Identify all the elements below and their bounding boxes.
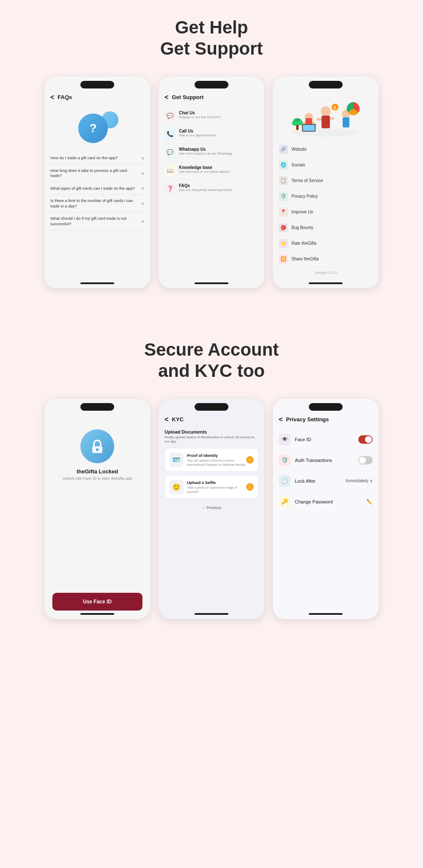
svg-rect-5 <box>303 125 315 131</box>
faq-item-4-text: Is there a limit to the number of gift c… <box>50 198 141 209</box>
privacy-content: 👁️ Face ID 🛡️ Auth Transactions 🕐 Lock A… <box>273 426 379 609</box>
phones-row-1: < FAQs ? How do I trade a gift card on t… <box>0 72 423 314</box>
chevron-down-icon-2: ∨ <box>141 171 144 176</box>
tos-label: Terms of Service <box>291 178 323 183</box>
svg-text:$: $ <box>334 105 336 110</box>
improve-icon: 📍 <box>279 207 288 217</box>
call-icon: 📞 <box>165 129 176 140</box>
bug-label: Bug Bounty <box>291 225 313 230</box>
selfie-title: Upload a Selfie <box>187 480 246 485</box>
faq-item-4[interactable]: Is there a limit to the number of gift c… <box>50 195 144 213</box>
faq-item-3-text: What types of gift cards can I trade on … <box>50 186 141 191</box>
proof-icon: 🪪 <box>169 453 184 467</box>
faq-item-3[interactable]: What types of gift cards can I trade on … <box>50 182 144 195</box>
faq-illustration: ? <box>50 111 144 145</box>
back-arrow-support[interactable]: < <box>165 94 168 101</box>
lock-content: theGifta Locked Unlock with Face ID to o… <box>44 413 150 592</box>
link-item-share[interactable]: 🔀 Share theGifta <box>279 252 373 267</box>
faq-content: ? How do I trade a gift card on the app?… <box>44 104 150 278</box>
face-id-label: Face ID <box>295 437 358 442</box>
use-face-id-button[interactable]: Use Face ID <box>52 593 143 611</box>
svg-rect-9 <box>330 117 334 120</box>
phone-notch-4 <box>80 403 114 411</box>
section1-wrapper: Get Help Get Support < FAQs ? How do <box>0 0 423 314</box>
support-phone: < Get Support 💬 Chat Us Engage in our li… <box>159 77 264 288</box>
lock-after-value-text: Immediately <box>346 478 368 483</box>
rate-icon: ⭐ <box>279 239 288 248</box>
change-password-label: Change Password <box>295 499 366 504</box>
website-label: Website <box>291 147 307 152</box>
faq-title: FAQs <box>58 94 72 100</box>
proof-title: Proof of Identity <box>187 453 246 458</box>
link-item-improve[interactable]: 📍 Improve Us <box>279 205 373 220</box>
link-item-tos[interactable]: 📋 Terms of Service <box>279 173 373 189</box>
support-item-faqs[interactable]: ❓ FAQs See our frequently asked question… <box>165 180 258 198</box>
privacy-link-icon: 🛡️ <box>279 192 288 201</box>
chevron-down-icon-1: ∨ <box>141 155 144 161</box>
link-item-bug[interactable]: 🎒 Bug Bounty <box>279 220 373 236</box>
kyc-content: Upload Documents Kindly upload means of … <box>159 426 264 609</box>
faq-item-2[interactable]: How long does it take to process a gift … <box>50 165 144 182</box>
proof-sub: You can upload a Drivers License, Intern… <box>187 459 246 467</box>
kyc-prev-button[interactable]: ← Previous <box>165 502 258 513</box>
phone-notch-5 <box>195 403 228 411</box>
phone-footer-bar-1 <box>80 282 114 284</box>
phone-footer-bar-5 <box>195 613 228 615</box>
faq-item-5[interactable]: What should I do if my gift card trade i… <box>50 213 144 230</box>
svg-point-20 <box>96 448 99 451</box>
faq-item-1[interactable]: How do I trade a gift card on the app? ∨ <box>50 152 144 165</box>
face-id-icon: 👁️ <box>279 434 291 445</box>
svg-rect-11 <box>343 117 349 127</box>
privacy-settings-title: Privacy Settings <box>286 416 329 423</box>
edit-icon[interactable]: ✏️ <box>366 499 373 505</box>
back-arrow-kyc[interactable]: < <box>165 416 168 423</box>
phone-footer-bar-4 <box>80 613 114 615</box>
back-arrow-faq[interactable]: < <box>50 94 54 101</box>
phone-notch-2 <box>195 81 228 88</box>
chevron-down-icon-4: ∨ <box>141 201 144 206</box>
phone-notch-6 <box>309 403 343 411</box>
link-item-privacy[interactable]: 🛡️ Privacy Policy <box>279 189 373 205</box>
kyc-selfie-card[interactable]: 🙂 Upload a Selfie Take a photo or Upload… <box>165 475 258 499</box>
lock-phone: theGifta Locked Unlock with Face ID to o… <box>44 399 150 619</box>
team-svg: $ <box>288 95 364 138</box>
link-item-website[interactable]: 🔗 Website <box>279 142 373 158</box>
support-item-call[interactable]: 📞 Call Us Talk to our agent toll free <box>165 125 258 144</box>
share-label: Share theGifta <box>291 257 319 261</box>
website-icon: 🔗 <box>279 145 288 154</box>
kyc-title: KYC <box>172 416 183 423</box>
svg-rect-7 <box>321 116 330 128</box>
section2-title: Secure Account and KYC too <box>0 322 423 395</box>
support-title: Get Support <box>172 94 203 100</box>
back-arrow-privacy[interactable]: < <box>279 416 283 423</box>
faq-phone: < FAQs ? How do I trade a gift card on t… <box>44 77 150 288</box>
rate-label: Rate theGifta <box>291 241 316 246</box>
bubble-main: ? <box>78 113 108 143</box>
lock-after-label: Lock After <box>295 478 346 484</box>
privacy-phone: < Privacy Settings 👁️ Face ID 🛡️ Auth Tr… <box>273 399 379 619</box>
selfie-text: Upload a Selfie Take a photo or Upload a… <box>187 480 246 494</box>
lock-after-dropdown[interactable]: Immediately ∨ <box>346 478 373 483</box>
support-item-whatsapp[interactable]: 💬 Whatsapp Us Get more support via our W… <box>165 144 258 162</box>
phone-footer-bar-3 <box>309 282 343 284</box>
link-item-socials[interactable]: 🌐 Socials <box>279 158 373 173</box>
chevron-down-icon-5: ∨ <box>141 218 144 224</box>
selfie-sub: Take a photo or Upload an image of yours… <box>187 486 246 494</box>
auth-transactions-toggle[interactable] <box>358 456 373 464</box>
faq-item-1-text: How do I trade a gift card on the app? <box>50 155 141 160</box>
locked-title: theGifta Locked <box>77 468 118 475</box>
svg-point-6 <box>321 106 331 116</box>
support-item-chat[interactable]: 💬 Chat Us Engage in our live chat 24/7 <box>165 107 258 125</box>
face-id-toggle[interactable] <box>358 435 373 444</box>
link-item-rate[interactable]: ⭐ Rate theGifta <box>279 236 373 252</box>
kyc-proof-card[interactable]: 🪪 Proof of Identity You can upload a Dri… <box>165 448 258 472</box>
team-illustration: $ <box>273 91 379 142</box>
support-content: 💬 Chat Us Engage in our live chat 24/7 📞… <box>159 104 264 278</box>
knowledge-icon: 📖 <box>165 165 176 176</box>
svg-point-17 <box>292 121 298 126</box>
support-item-knowledge[interactable]: 📖 Knowledge base Get informed on our lat… <box>165 162 258 180</box>
phone-notch-3 <box>309 81 343 88</box>
faq-list: How do I trade a gift card on the app? ∨… <box>50 152 144 230</box>
proof-text: Proof of Identity You can upload a Drive… <box>187 453 246 467</box>
selfie-badge: ! <box>246 483 254 491</box>
